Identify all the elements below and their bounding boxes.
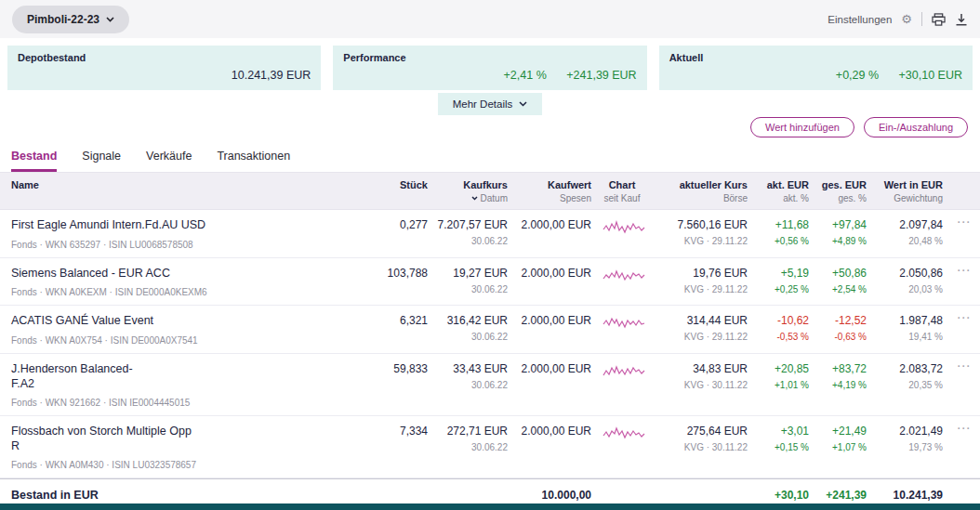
- position-name[interactable]: ACATIS GANÉ Value Event: [11, 314, 355, 329]
- deposit-withdrawal-button[interactable]: Ein-/Auszahlung: [864, 117, 968, 137]
- ges-eur-value: +21,49: [813, 425, 867, 438]
- gewichtung-value: 20,48 %: [870, 236, 943, 246]
- kauf-datum: 30.06.22: [431, 380, 508, 390]
- kaufwert-value: 2.000,00 EUR: [511, 267, 591, 280]
- table-header-row: Name Stück Kaufkurs Datum Kaufwert Spese…: [0, 172, 980, 210]
- tab-verkaeufe[interactable]: Verkäufe: [146, 150, 192, 172]
- kauf-datum: 30.06.22: [431, 442, 508, 452]
- akt-eur-value: +11,68: [751, 218, 809, 231]
- kurs-sub: KVG · 29.11.22: [653, 332, 748, 342]
- performance-value: +241,39 EUR: [566, 69, 636, 82]
- row-menu-button[interactable]: ⋯: [947, 210, 980, 257]
- akt-eur-value: -10,62: [751, 314, 809, 327]
- chevron-down-icon: [106, 17, 114, 22]
- print-button[interactable]: [932, 13, 946, 26]
- row-menu-button[interactable]: ⋯: [947, 306, 980, 353]
- ges-eur-value: -12,52: [813, 314, 867, 327]
- wert-value: 1.987,48: [870, 314, 943, 327]
- table-row[interactable]: ACATIS GANÉ Value Event Fonds · WKN A0X7…: [0, 306, 980, 354]
- total-wert: 10.241,39: [870, 489, 943, 502]
- gear-icon[interactable]: ⚙: [901, 13, 912, 25]
- ges-pct-value: +4,89 %: [813, 236, 867, 246]
- col-name: Name: [0, 173, 359, 209]
- gewichtung-value: 20,03 %: [870, 284, 943, 294]
- kaufkurs-value: 33,43 EUR: [431, 362, 508, 375]
- sparkline-chart: [595, 258, 653, 306]
- table-row[interactable]: Siemens Balanced - EUR ACC Fonds · WKN A…: [0, 258, 980, 307]
- row-menu-button[interactable]: ⋯: [947, 354, 980, 415]
- akt-pct-value: +0,15 %: [751, 442, 809, 452]
- position-subtitle: Fonds · WKN A0X754 · ISIN DE000A0X7541: [11, 335, 355, 346]
- ges-eur-value: +97,84: [813, 218, 867, 231]
- ges-eur-value: +50,86: [813, 267, 867, 280]
- col-kaufwert: Kaufwert Spesen: [511, 173, 595, 209]
- card-label: Depotbestand: [18, 52, 311, 63]
- summary-cards: Depotbestand 10.241,39 EUR Performance +…: [0, 38, 980, 90]
- depotbestand-card: Depotbestand 10.241,39 EUR: [7, 46, 321, 90]
- position-name[interactable]: First Eagle Amundi Intern.Fd.AU USD: [11, 218, 355, 233]
- kaufwert-value: 2.000,00 EUR: [511, 362, 591, 375]
- kurs-value: 314,44 EUR: [653, 314, 748, 327]
- kaufkurs-value: 316,42 EUR: [431, 314, 508, 327]
- divider: [921, 12, 922, 26]
- table-row[interactable]: First Eagle Amundi Intern.Fd.AU USD Fond…: [0, 210, 980, 258]
- kauf-datum: 30.06.22: [431, 332, 508, 342]
- position-name[interactable]: J.Henderson Balanced- F.A2: [11, 362, 355, 391]
- total-ges-eur: +241,39: [813, 489, 867, 502]
- wert-value: 2.097,84: [870, 218, 943, 231]
- wert-value: 2.083,72: [870, 362, 943, 375]
- akt-pct-value: +0,25 %: [751, 284, 809, 294]
- ges-pct-value: +4,19 %: [813, 380, 867, 390]
- more-details-label: Mehr Details: [453, 98, 513, 110]
- sparkline-chart: [595, 210, 653, 257]
- download-button[interactable]: [955, 13, 968, 26]
- wert-value: 2.050,86: [870, 267, 943, 280]
- kaufwert-value: 2.000,00 EUR: [511, 218, 591, 231]
- settings-label[interactable]: Einstellungen: [828, 14, 892, 25]
- add-value-button[interactable]: Wert hinzufügen: [750, 117, 854, 137]
- kaufwert-value: 2.000,00 EUR: [511, 425, 591, 438]
- wert-value: 2.021,49: [870, 425, 943, 438]
- tab-transaktionen[interactable]: Transaktionen: [217, 150, 290, 172]
- kaufkurs-value: 19,27 EUR: [431, 267, 508, 280]
- total-kaufwert: 10.000,00: [511, 489, 591, 502]
- kurs-sub: KVG · 30.11.22: [653, 380, 748, 390]
- portfolio-name: Pimboli-22-23: [27, 13, 99, 26]
- sort-chevron-icon: [471, 196, 478, 201]
- stueck-value: 7,334: [359, 425, 428, 438]
- kurs-sub: KVG · 29.11.22: [653, 284, 748, 294]
- ges-eur-value: +83,72: [813, 362, 867, 375]
- col-akt-eur: akt. EUR akt. %: [751, 173, 813, 209]
- ges-pct-value: +2,54 %: [813, 284, 867, 294]
- stueck-value: 6,321: [359, 314, 428, 327]
- position-subtitle: Fonds · WKN 921662 · ISIN IE0004445015: [11, 398, 355, 408]
- tab-bestand[interactable]: Bestand: [11, 150, 57, 172]
- chevron-down-icon: [519, 101, 527, 107]
- position-name[interactable]: Siemens Balanced - EUR ACC: [11, 267, 355, 281]
- depotbestand-value: 10.241,39 EUR: [232, 69, 311, 82]
- more-details-button[interactable]: Mehr Details: [438, 93, 543, 115]
- kaufkurs-value: 272,71 EUR: [431, 425, 508, 438]
- table-row[interactable]: Flossbach von Storch Multiple Opp R Fond…: [0, 416, 980, 478]
- table-row[interactable]: J.Henderson Balanced- F.A2 Fonds · WKN 9…: [0, 354, 980, 416]
- kaufkurs-value: 7.207,57 EUR: [431, 218, 508, 231]
- akt-pct-value: -0,53 %: [751, 332, 809, 342]
- akt-eur-value: +20,85: [751, 362, 809, 375]
- stueck-value: 0,277: [359, 218, 428, 231]
- tab-bar: Bestand Signale Verkäufe Transaktionen: [0, 137, 980, 172]
- kurs-value: 34,83 EUR: [653, 362, 748, 375]
- position-name[interactable]: Flossbach von Storch Multiple Opp R: [11, 425, 355, 453]
- sparkline-chart: [595, 306, 653, 353]
- akt-pct-value: +0,56 %: [751, 236, 809, 246]
- performance-card: Performance +2,41 % +241,39 EUR: [333, 46, 646, 90]
- tab-signale[interactable]: Signale: [82, 150, 121, 172]
- portfolio-selector[interactable]: Pimboli-22-23: [12, 6, 129, 33]
- akt-eur-value: +5,19: [751, 267, 809, 280]
- row-menu-button[interactable]: ⋯: [947, 416, 980, 477]
- aktuell-percent: +0,29 %: [836, 69, 879, 82]
- position-subtitle: Fonds · WKN A0KEXM · ISIN DE000A0KEXM6: [11, 287, 355, 297]
- sort-datum[interactable]: Datum: [431, 193, 508, 203]
- position-subtitle: Fonds · WKN 635297 · ISIN LU0068578508: [11, 240, 355, 250]
- row-menu-button[interactable]: ⋯: [947, 258, 980, 306]
- card-label: Performance: [343, 52, 636, 63]
